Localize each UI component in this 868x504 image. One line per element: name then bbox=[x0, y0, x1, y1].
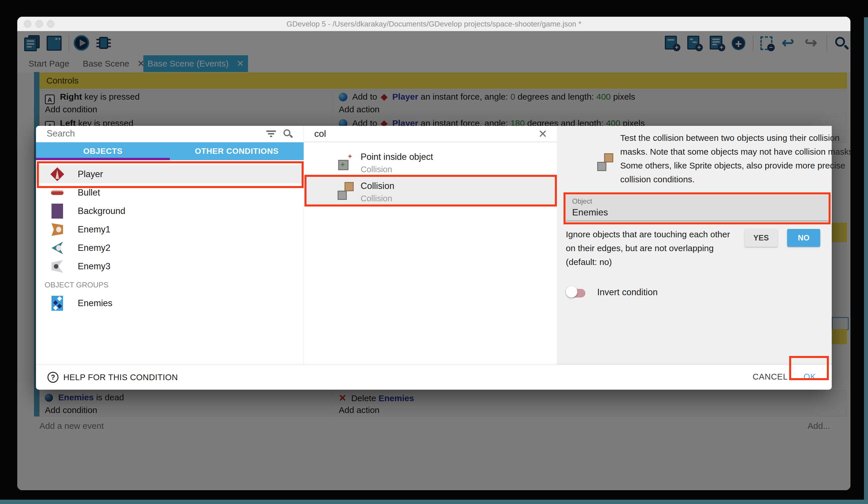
condition-search-input[interactable] bbox=[314, 128, 516, 139]
yes-button[interactable]: YES bbox=[745, 229, 778, 247]
invert-condition-label: Invert condition bbox=[597, 287, 658, 298]
annotation-object-field bbox=[564, 192, 830, 224]
dialog-footer: ? HELP FOR THIS CONDITION CANCEL OK bbox=[36, 365, 832, 390]
desktop-edge-bottom bbox=[0, 500, 868, 504]
enemy2-sprite-icon bbox=[50, 241, 64, 255]
condition-description: collision conditions. bbox=[620, 174, 833, 184]
condition-description: Some others, like Sprite objects, also p… bbox=[620, 161, 833, 171]
point-inside-object-icon: ++ bbox=[338, 153, 354, 171]
help-icon: ? bbox=[48, 372, 59, 383]
window-title: GDevelop 5 - /Users/dkarakay/Documents/G… bbox=[17, 17, 850, 31]
invert-condition-toggle[interactable] bbox=[566, 286, 588, 298]
object-item-enemy1[interactable]: Enemy1 bbox=[36, 220, 303, 239]
condition-description: Test the collision between two objects u… bbox=[620, 133, 833, 143]
gdevelop-window: GDevelop 5 - /Users/dkarakay/Documents/G… bbox=[17, 17, 850, 490]
object-item-background[interactable]: Background bbox=[36, 202, 303, 220]
filter-icon[interactable] bbox=[266, 130, 276, 139]
tab-other-conditions[interactable]: OTHER CONDITIONS bbox=[170, 142, 303, 160]
help-for-condition-button[interactable]: HELP FOR THIS CONDITION bbox=[63, 373, 178, 382]
clear-search-icon[interactable]: ✕ bbox=[538, 128, 547, 140]
search-icon bbox=[283, 129, 290, 136]
condition-details-panel: Test the collision between two objects u… bbox=[557, 126, 832, 365]
ignore-edges-text: on their edges, but are not overlapping bbox=[566, 243, 714, 253]
annotation-player-row bbox=[37, 161, 303, 188]
no-button[interactable]: NO bbox=[787, 229, 820, 247]
tab-objects[interactable]: OBJECTS bbox=[36, 142, 170, 160]
active-tab-indicator bbox=[36, 158, 170, 160]
result-point-inside-object[interactable]: ++ Point inside object Collision bbox=[303, 149, 557, 176]
collision-icon bbox=[597, 153, 613, 171]
condition-search-bar: ✕ bbox=[303, 126, 557, 142]
annotation-ok-button bbox=[789, 356, 829, 380]
object-search-input[interactable] bbox=[46, 128, 249, 139]
object-item-enemy3[interactable]: Enemy3 bbox=[36, 257, 303, 276]
cancel-button[interactable]: CANCEL bbox=[753, 372, 788, 382]
ignore-edges-text: (default: no) bbox=[566, 257, 612, 267]
object-groups-header: OBJECT GROUPS bbox=[45, 276, 188, 294]
chooser-tabs: OBJECTS OTHER CONDITIONS bbox=[36, 142, 303, 160]
ignore-edges-text: Ignore objects that are touching each ot… bbox=[566, 230, 730, 239]
desktop-edge-right bbox=[864, 17, 868, 504]
background-sprite-icon bbox=[50, 204, 64, 218]
object-search-bar bbox=[36, 126, 303, 142]
titlebar: GDevelop 5 - /Users/dkarakay/Documents/G… bbox=[17, 17, 850, 31]
enemies-group-icon bbox=[50, 296, 64, 310]
enemy1-sprite-icon bbox=[50, 223, 64, 236]
desktop: GDevelop 5 - /Users/dkarakay/Documents/G… bbox=[0, 0, 868, 504]
enemy3-sprite-icon bbox=[50, 260, 64, 273]
group-item-enemies[interactable]: Enemies bbox=[36, 294, 303, 312]
condition-description: masks. Note that some objects may not ha… bbox=[620, 147, 833, 157]
annotation-collision-row bbox=[304, 175, 557, 206]
object-item-enemy2[interactable]: Enemy2 bbox=[36, 239, 303, 257]
